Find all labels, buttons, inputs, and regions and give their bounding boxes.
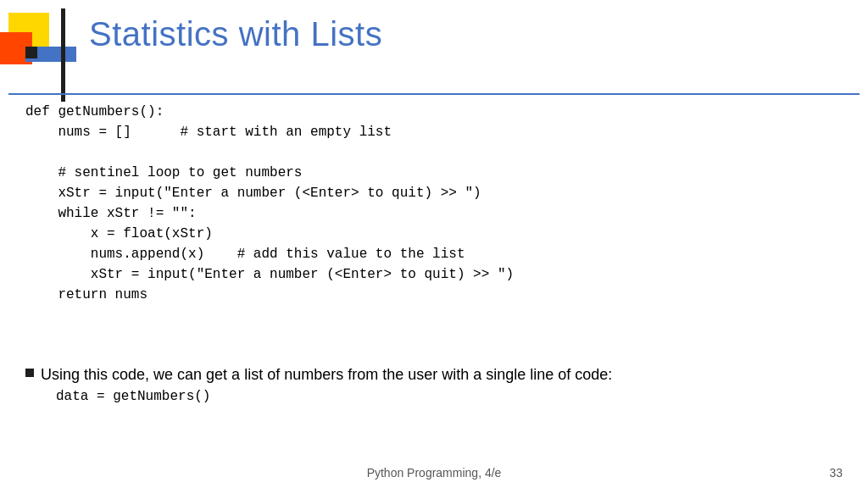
code-block: def getNumbers(): nums = [] # start with…: [25, 102, 843, 305]
bullet-code: data = getNumbers(): [56, 389, 612, 404]
bullet-icon: [25, 369, 34, 377]
bullet-content: Using this code, we can get a list of nu…: [41, 364, 612, 404]
svg-rect-3: [61, 8, 65, 102]
footer: Python Programming, 4/e 33: [25, 466, 843, 480]
title-section: Statistics with Lists: [89, 15, 843, 53]
bullet-section: Using this code, we can get a list of nu…: [25, 364, 843, 408]
bullet-text: Using this code, we can get a list of nu…: [41, 366, 612, 383]
title-divider: [8, 93, 860, 95]
svg-rect-4: [25, 47, 37, 58]
code-section: def getNumbers(): nums = [] # start with…: [25, 102, 843, 305]
footer-center: Python Programming, 4/e: [367, 466, 502, 480]
bullet-item: Using this code, we can get a list of nu…: [25, 364, 843, 404]
footer-page: 33: [829, 466, 843, 480]
slide: Statistics with Lists def getNumbers(): …: [0, 0, 868, 488]
slide-title: Statistics with Lists: [89, 15, 843, 53]
